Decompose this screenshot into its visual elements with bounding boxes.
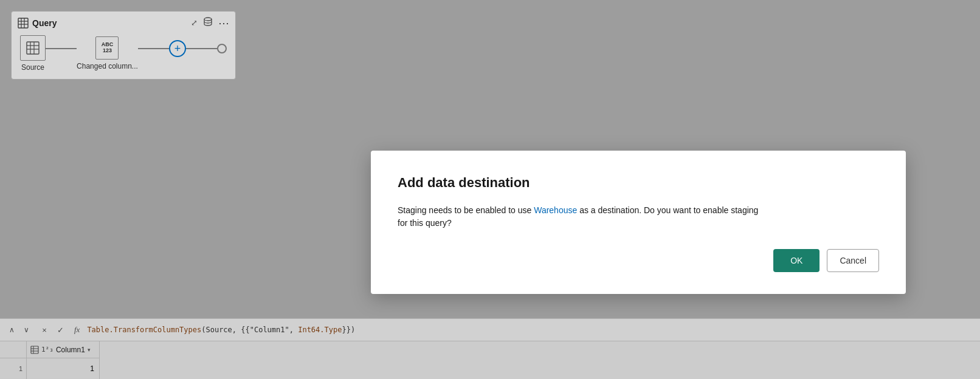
modal-footer: OK Cancel bbox=[398, 249, 879, 272]
ok-button[interactable]: OK bbox=[773, 249, 820, 272]
modal-body-line2: for this query? bbox=[398, 218, 452, 228]
modal-dialog: Add data destination Staging needs to be… bbox=[371, 151, 906, 294]
modal-body-line1b: as a destination. Do you want to enable … bbox=[577, 205, 758, 215]
modal-overlay: Add data destination Staging needs to be… bbox=[0, 0, 980, 379]
modal-body-line1: Staging needs to be enabled to use bbox=[398, 205, 534, 215]
modal-warehouse-link[interactable]: Warehouse bbox=[534, 205, 577, 215]
modal-title: Add data destination bbox=[398, 175, 879, 191]
modal-body: Staging needs to be enabled to use Wareh… bbox=[398, 204, 879, 230]
cancel-button[interactable]: Cancel bbox=[827, 249, 879, 272]
